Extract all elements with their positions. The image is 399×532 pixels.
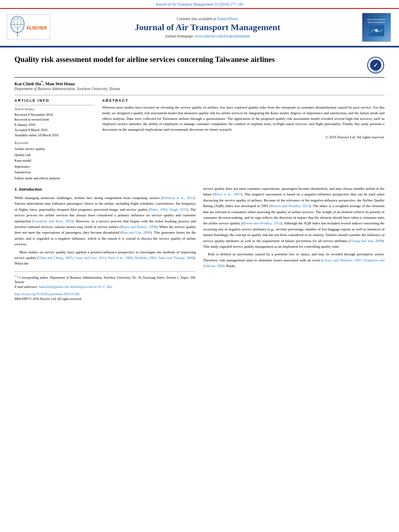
- body-text-col1: While managing numerous challenges, airl…: [14, 195, 196, 267]
- svg-point-9: [375, 29, 378, 32]
- journal-header: ELSEVIER Contents lists available at Sci…: [0, 9, 399, 47]
- main-col-left: 1. Introduction While managing numerous …: [14, 186, 196, 302]
- ref-saha[interactable]: Saha and Theingi, 2009: [158, 256, 193, 260]
- corresponding-author-note: * * Corresponding author. Department of …: [14, 274, 196, 285]
- body-text-col2: service quality does not meet customer e…: [203, 186, 385, 269]
- journal-cover-image: AIR TRANSPORT MANAGEMENT: [362, 13, 391, 42]
- keyword-item: Quality risk: [14, 152, 95, 158]
- ref-curry[interactable]: Curry and Gao, 2012: [74, 256, 106, 260]
- accepted-date: Accepted 8 March 2016: [14, 127, 95, 133]
- section1-title: 1. Introduction: [14, 186, 196, 193]
- journal-cover: AIR TRANSPORT MANAGEMENT: [360, 13, 393, 42]
- ref-perez[interactable]: Pérez et al., 2007: [214, 192, 241, 196]
- ref-dolnicar[interactable]: Dolnicar et al., 2011: [162, 196, 194, 200]
- journal-header-center: Contents lists available at ScienceDirec…: [60, 17, 355, 38]
- sciencedirect-link[interactable]: ScienceDirect: [217, 17, 238, 21]
- keyword-item: Failure mode and effects analysis: [14, 175, 95, 181]
- ref-cleary[interactable]: Cleary and Malleret, 2007: [323, 258, 362, 262]
- body-para-col2-1: service quality does not meet customer e…: [203, 186, 385, 249]
- body-para-2: Most studies on service quality have app…: [14, 249, 196, 267]
- keyword-item: Importance: [14, 164, 95, 169]
- body-para-1: While managing numerous challenges, airl…: [14, 195, 196, 247]
- ref-bowen2[interactable]: Bowen and Headley, 2015: [242, 221, 281, 225]
- ref-kau[interactable]: Kau and Loh, 2006: [122, 230, 151, 234]
- received-revised-label: Received in revised form: [14, 117, 95, 122]
- email-link[interactable]: lukaichieh@gmail.com, hkchieh@scu.edu.tw…: [39, 285, 113, 289]
- ref-singh[interactable]: Singh, 2015: [169, 207, 187, 212]
- keywords-label: Keywords:: [14, 141, 95, 145]
- journal-reference-bar: Journal of Air Transport Management 53 (…: [0, 0, 399, 9]
- ref-bowen1[interactable]: Bowen and Headley, 2015: [271, 204, 310, 208]
- keywords-list: Airline service qualityQuality riskKano …: [14, 146, 95, 181]
- body-para-col2-2: Risk is defined as uncertainty caused by…: [203, 251, 385, 269]
- main-col-right: service quality does not meet customer e…: [203, 186, 385, 302]
- ref-park[interactable]: Park et al., 2006: [108, 256, 133, 260]
- available-date: Available online 18 March 2016: [14, 133, 95, 138]
- svg-text:✓: ✓: [373, 62, 378, 68]
- elsevier-logo-svg: ELSEVIER: [6, 13, 51, 41]
- article-info-heading: ARTICLE INFO: [14, 99, 95, 103]
- homepage-line: journal homepage: www.elsevier.com/locat…: [60, 34, 355, 38]
- homepage-link[interactable]: www.elsevier.com/locate/jairtraman: [195, 34, 250, 38]
- keyword-item: Satisfaction: [14, 169, 95, 175]
- svg-text:ELSEVIER: ELSEVIER: [27, 26, 47, 30]
- journal-ref-text: Journal of Air Transport Management 53 (…: [156, 2, 244, 6]
- affiliation: Department of Business Administration, S…: [14, 87, 385, 91]
- article-title-section: Quality risk assessment model for airlin…: [14, 55, 385, 78]
- author-names: Kai-Chieh Hu*, Man-Wei Hsiao: [14, 81, 75, 86]
- ref-bejou[interactable]: Bejou and Palmer, 1998: [121, 225, 156, 229]
- keyword-item: Airline service quality: [14, 146, 95, 152]
- contents-available-line: Contents lists available at ScienceDirec…: [60, 17, 355, 21]
- email-line: E-mail addresses: lukaichieh@gmail.com, …: [14, 285, 196, 290]
- article-history-block: Article history: Received 8 November 201…: [14, 105, 95, 138]
- abstract-col: ABSTRACT Whereas most studies have focus…: [102, 99, 385, 181]
- ref-goodwin[interactable]: Goodwin and Ross, 1992: [34, 219, 72, 223]
- abstract-text: Whereas most studies have focused on ele…: [102, 105, 385, 133]
- issn-line: 0969-6997/© 2016 Elsevier Ltd. All right…: [14, 297, 196, 302]
- svg-text:CrossMark: CrossMark: [371, 70, 381, 73]
- copyright-line: © 2016 Elsevier Ltd. All rights reserved…: [102, 135, 385, 139]
- abstract-paragraph: Whereas most studies have focused on ele…: [102, 105, 385, 133]
- ref-nako[interactable]: Nako, 1992: [150, 207, 167, 212]
- ref-chen[interactable]: Chen and Chang, 2005: [38, 256, 72, 260]
- abstract-heading: ABSTRACT: [102, 99, 385, 103]
- revised-date: 8 January 2016: [14, 122, 95, 127]
- ref-chang[interactable]: Chang and Sun, 2009: [350, 239, 383, 243]
- article-info-col: ARTICLE INFO Article history: Received 8…: [14, 99, 95, 181]
- article-title: Quality risk assessment model for airlin…: [14, 55, 275, 65]
- crossmark-logo: ✓ CrossMark: [367, 56, 385, 74]
- keywords-block: Keywords: Airline service qualityQuality…: [14, 141, 95, 181]
- authors-line: Kai-Chieh Hu*, Man-Wei Hsiao: [14, 80, 385, 86]
- info-abstract-section: ARTICLE INFO Article history: Received 8…: [14, 95, 385, 181]
- history-label: Article history:: [14, 107, 95, 111]
- elsevier-logo-area: ELSEVIER: [6, 13, 55, 42]
- keyword-item: Kano model: [14, 158, 95, 163]
- main-body-section: 1. Introduction While managing numerous …: [14, 186, 385, 302]
- received-date: Received 8 November 2014: [14, 112, 95, 117]
- footnote-area: * * Corresponding author. Department of …: [14, 271, 196, 302]
- journal-title: Journal of Air Transport Management: [60, 22, 355, 33]
- article-body: Quality risk assessment model for airlin…: [0, 47, 399, 309]
- doi-link[interactable]: http://dx.doi.org/10.1016/j.jairtraman.2…: [14, 292, 79, 296]
- ref-robledo[interactable]: Robledo, 2001: [135, 256, 156, 260]
